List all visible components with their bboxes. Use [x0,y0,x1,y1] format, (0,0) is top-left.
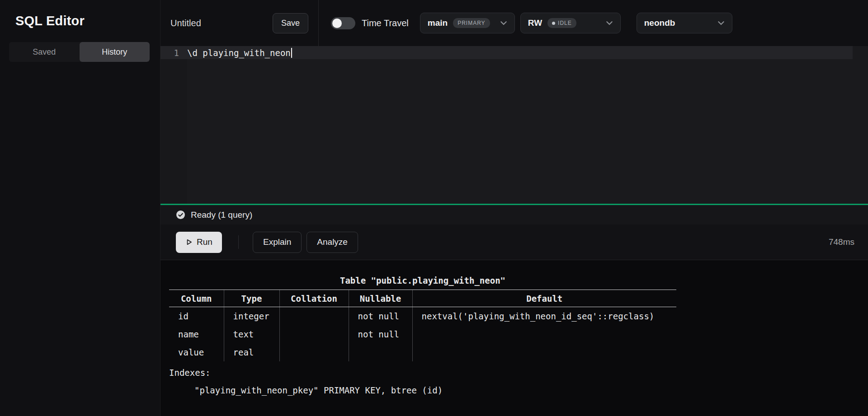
table-cell: real [224,343,279,361]
index-entry: "playing_with_neon_pkey" PRIMARY KEY, bt… [169,382,868,399]
chevron-down-icon [717,19,726,28]
analyze-button[interactable]: Analyze [307,232,358,253]
table-cell: nextval('playing_with_neon_id_seq'::regc… [412,307,676,325]
sql-code-editor[interactable]: 1 \d playing_with_neon [160,46,868,204]
run-button-label: Run [197,237,212,247]
table-cell [279,325,349,343]
branch-name: main [428,18,448,28]
indexes-label: Indexes: [169,364,868,382]
table-row: valuereal [169,343,676,361]
table-cell [412,343,676,361]
table-cell: not null [349,307,412,325]
results-column-header: Default [412,290,676,307]
code-line: \d playing_with_neon [187,48,291,58]
results-table: ColumnTypeCollationNullableDefault idint… [169,290,676,361]
editor-gutter [160,46,187,204]
topbar: Untitled Save Time Travel main PRIMARY R… [160,0,868,46]
time-travel-toggle[interactable] [331,17,355,29]
editor-active-line[interactable]: 1 \d playing_with_neon [160,46,853,59]
compute-status: IDLE [558,20,572,26]
database-name: neondb [644,18,675,28]
table-row: nametextnot null [169,325,676,343]
table-cell [279,307,349,325]
results-title: Table "public.playing_with_neon" [169,272,676,290]
line-number: 1 [160,48,187,58]
branch-select[interactable]: main PRIMARY [420,13,515,33]
results-column-header: Collation [279,290,349,307]
topbar-divider [318,0,319,46]
compute-select[interactable]: RW IDLE [520,13,621,33]
primary-badge: PRIMARY [453,18,490,28]
chevron-down-icon [499,19,508,28]
compute-name: RW [528,18,542,28]
ready-status-text: Ready (1 query) [191,210,252,220]
tab-saved[interactable]: Saved [9,42,80,62]
toggle-knob [332,19,342,28]
time-travel-label: Time Travel [362,18,409,28]
sidebar-header: SQL Editor [0,0,160,40]
table-cell: text [224,325,279,343]
page-title: SQL Editor [15,14,145,28]
database-select[interactable]: neondb [637,13,732,33]
query-duration: 748ms [829,237,854,247]
table-cell: not null [349,325,412,343]
table-cell: value [169,343,224,361]
query-title[interactable]: Untitled [170,18,273,28]
results-panel: Table "public.playing_with_neon" ColumnT… [160,260,868,416]
status-bar: Ready (1 query) [160,204,868,224]
action-divider [238,235,239,249]
table-cell: integer [224,307,279,325]
table-row: idintegernot nullnextval('playing_with_n… [169,307,676,325]
indexes-list: "playing_with_neon_pkey" PRIMARY KEY, bt… [169,382,868,399]
main-panel: Untitled Save Time Travel main PRIMARY R… [160,0,868,416]
action-bar: Run Explain Analyze 748ms [160,224,868,260]
check-circle-icon [176,210,185,220]
results-column-header: Nullable [349,290,412,307]
table-cell [349,343,412,361]
explain-button[interactable]: Explain [253,232,302,253]
sql-editor-app: SQL Editor Saved History Untitled Save T… [0,0,868,416]
table-cell [279,343,349,361]
chevron-down-icon [605,19,614,28]
sidebar: SQL Editor Saved History [0,0,160,416]
table-cell: id [169,307,224,325]
table-cell: name [169,325,224,343]
run-button[interactable]: Run [176,232,222,253]
table-cell [412,325,676,343]
save-button[interactable]: Save [273,13,308,33]
text-cursor [291,48,292,58]
results-header-row: ColumnTypeCollationNullableDefault [169,290,676,307]
play-icon [185,238,193,246]
results-column-header: Type [224,290,279,307]
status-dot-icon [552,22,555,25]
idle-badge: IDLE [547,18,576,28]
tab-history[interactable]: History [80,42,150,62]
saved-history-tab-group: Saved History [9,42,150,62]
results-column-header: Column [169,290,224,307]
